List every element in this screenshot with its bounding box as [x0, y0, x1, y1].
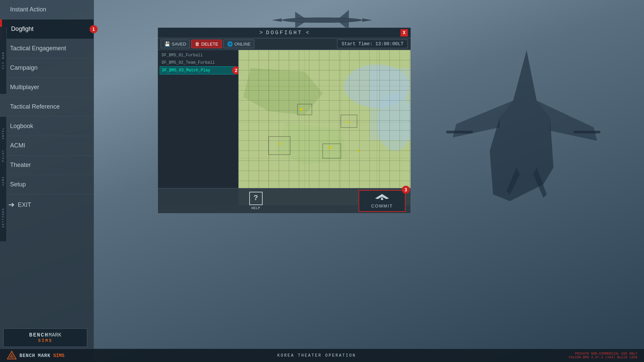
bench-bottom: BENCH — [19, 353, 35, 358]
help-label: HELP — [251, 206, 260, 210]
svg-marker-2 — [272, 18, 282, 22]
commit-label: COMMIT — [371, 203, 393, 208]
delete-label: DELETE — [201, 42, 218, 47]
map-preview-area — [238, 50, 411, 205]
sims-text: SIMS — [29, 338, 61, 343]
panel-bottom-area: ? HELP 3 COMMIT — [158, 188, 411, 213]
svg-point-15 — [344, 64, 410, 108]
korea-theater-text: KOREA THEATER OPERATION — [277, 353, 356, 358]
svg-rect-14 — [238, 50, 411, 205]
svg-marker-1 — [362, 18, 372, 22]
sidebar-item-campaign[interactable]: Campaign — [0, 58, 94, 78]
commit-aircraft-icon — [374, 193, 390, 202]
svg-rect-22 — [323, 144, 341, 158]
badge-3: 3 — [402, 186, 410, 194]
sidebar-item-theater[interactable]: Theater — [0, 156, 94, 175]
benchmark-icon — [7, 351, 17, 361]
sims-bottom: SIMS — [53, 353, 65, 358]
svg-marker-5 — [295, 12, 305, 18]
logbook-label: Logbook — [10, 123, 33, 130]
svg-marker-3 — [339, 10, 349, 18]
mission-3-label: DF_BMS_03_Match_Play — [162, 68, 210, 73]
exit-arrow-icon: ➔ — [8, 200, 14, 209]
saved-icon: 💾 — [164, 41, 170, 47]
svg-rect-23 — [341, 115, 357, 128]
benchmark-logo-box: BENCHMARK SIMS — [3, 328, 87, 347]
online-button[interactable]: 🌐 ONLINE — [223, 40, 254, 48]
build-text: FALCON BMS 4.37.3 (x64) Build 1359 — [569, 356, 637, 359]
svg-point-32 — [300, 108, 303, 111]
exit-label: EXIT — [18, 201, 31, 208]
badge-2: 2 — [232, 66, 238, 74]
instant-action-label: Instant Action — [10, 6, 46, 13]
sidebar-items: Instant Action Dogfight 1 Tactical Engag… — [0, 0, 94, 215]
sidebar-item-multiplayer[interactable]: Multiplayer — [0, 78, 94, 97]
online-icon: 🌐 — [227, 41, 233, 47]
sidebar-item-tactical-reference[interactable]: Tactical Reference — [0, 97, 94, 117]
panel-title-bar: > DOGFIGHT < X — [158, 28, 411, 38]
logo-area: BENCHMARK SIMS — [7, 351, 64, 361]
svg-marker-19 — [276, 122, 348, 165]
tactical-engagement-label: Tactical Engagement — [10, 45, 66, 52]
fly-now-section-label: FLY NOW — [0, 27, 7, 94]
mission-item-1[interactable]: DF_BMS_01_Furball — [160, 52, 236, 59]
title-arrow-left: > — [259, 30, 263, 36]
online-label: ONLINE — [234, 42, 251, 47]
mission-list: DF_BMS_01_Furball DF_BMS_02_Team_Furball… — [158, 50, 238, 205]
svg-marker-18 — [243, 68, 323, 115]
dogfight-label: Dogfight — [11, 25, 34, 33]
sidebar-item-setup[interactable]: Setup — [0, 175, 94, 194]
sidebar-item-instant-action[interactable]: Instant Action — [0, 0, 94, 19]
map-svg — [238, 50, 411, 205]
badge-1: 1 — [90, 25, 98, 33]
sidebar: Instant Action Dogfight 1 Tactical Engag… — [0, 0, 94, 362]
svg-rect-11 — [446, 131, 473, 133]
svg-rect-10 — [574, 131, 600, 133]
panel-close-button[interactable]: X — [400, 29, 408, 37]
sidebar-item-logbook[interactable]: Logbook — [0, 117, 94, 136]
svg-rect-21 — [269, 136, 290, 155]
acmi-section-label: ACMI — [0, 168, 7, 194]
bottom-bar: BENCHMARK SIMS KOREA THEATER OPERATION P… — [0, 349, 644, 362]
sidebar-item-acmi[interactable]: ACMI — [0, 136, 94, 156]
pilot-section-label: PILOT — [0, 142, 7, 169]
sidebar-item-dogfight[interactable]: Dogfight 1 — [0, 19, 94, 39]
aircraft-right-decoration — [409, 34, 644, 235]
help-icon: ? — [249, 192, 263, 205]
svg-point-0 — [282, 17, 362, 23]
acmi-label: ACMI — [10, 142, 25, 149]
tactical-reference-label: Tactical Reference — [10, 103, 60, 110]
mark-bottom: MARK — [38, 353, 51, 358]
saved-label: SAVED — [172, 42, 186, 47]
panel-content-area: DF_BMS_01_Furball DF_BMS_02_Team_Furball… — [158, 50, 411, 205]
campaign-label: Campaign — [10, 64, 38, 71]
main-dogfight-panel: > DOGFIGHT < X 💾 SAVED 🗑 DELETE 🌐 ONLINE… — [158, 27, 411, 214]
multiplayer-label: Multiplayer — [10, 84, 39, 91]
svg-rect-20 — [298, 104, 312, 115]
saved-button[interactable]: 💾 SAVED — [161, 40, 190, 48]
theater-label: Theater — [10, 162, 31, 169]
svg-point-34 — [278, 143, 280, 145]
panel-title: DOGFIGHT — [266, 30, 303, 36]
commit-button[interactable]: 3 COMMIT — [359, 190, 406, 212]
start-time-display: Start Time: 13:00:00LT — [337, 40, 408, 48]
svg-rect-17 — [370, 68, 411, 140]
svg-point-33 — [328, 146, 331, 149]
svg-point-16 — [377, 93, 411, 151]
mission-item-3[interactable]: DF_BMS_03_Match_Play 2 — [160, 66, 236, 74]
sidebar-item-tactical-engagement[interactable]: Tactical Engagement — [0, 39, 94, 58]
title-arrow-right: < — [306, 30, 309, 36]
mission-item-2[interactable]: DF_BMS_02_Team_Furball — [160, 59, 236, 66]
map-image — [238, 50, 411, 205]
delete-icon: 🗑 — [195, 41, 200, 47]
sidebar-item-exit[interactable]: ➔ EXIT — [0, 194, 94, 215]
settings-section-label: SETTINGS — [0, 194, 7, 241]
bench-text: BENCH — [29, 332, 49, 338]
setup-label: Setup — [10, 181, 26, 188]
mark-text: MARK — [49, 332, 61, 338]
delete-button[interactable]: 🗑 DELETE — [191, 40, 222, 48]
svg-point-36 — [358, 150, 360, 152]
panel-toolbar-row: 💾 SAVED 🗑 DELETE 🌐 ONLINE Start Time: 13… — [158, 38, 411, 50]
private-use-text: PRIVATE NON-COMMERCIAL USE ONLY — [569, 352, 637, 356]
help-button[interactable]: ? HELP — [249, 192, 263, 210]
